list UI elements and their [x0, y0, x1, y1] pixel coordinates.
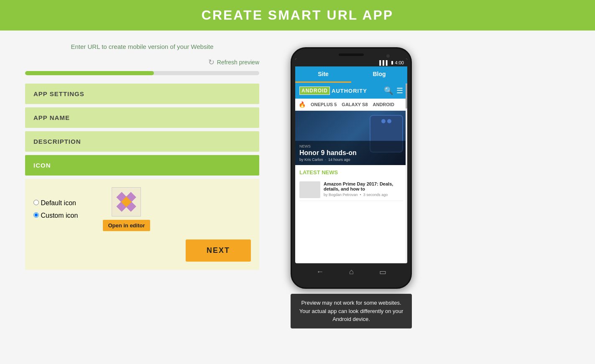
news-thumbnail: [299, 181, 320, 198]
custom-icon-label: Custom icon: [41, 212, 78, 219]
time-display: 4:00: [395, 60, 404, 65]
news-item-1: Amazon Prime Day 2017: Deals, details, a…: [299, 179, 403, 201]
refresh-label: Refresh preview: [217, 59, 259, 66]
phone-website-content: ANDROID AUTHORITY 🔍 ☰ 🔥 ONEPLUS 5 GALAXY…: [295, 83, 407, 262]
next-button[interactable]: NEXT: [186, 239, 251, 262]
open-editor-button[interactable]: Open in editor: [103, 220, 150, 231]
news-author: by Bogdan Petrovan: [324, 193, 358, 197]
website-header: ANDROID AUTHORITY 🔍 ☰: [295, 83, 407, 99]
phone-speaker: [339, 53, 364, 56]
icon-preview: [112, 187, 141, 216]
nav-oneplus: ONEPLUS 5: [311, 102, 337, 107]
news-meta: by Bogdan Petrovan • 3 seconds ago: [324, 193, 403, 197]
latest-news-section: LATEST NEWS Amazon Prime Day 2017: Deals…: [295, 165, 407, 205]
right-panel: ▌▌▌ ▮ 4:00 Site Blog: [276, 43, 426, 328]
news-time: 3 seconds ago: [363, 193, 388, 197]
home-icon[interactable]: ⌂: [349, 267, 354, 277]
subtitle: Enter URL to create mobile version of yo…: [25, 43, 259, 50]
logo-authority: AUTHORITY: [332, 88, 367, 94]
website-nav: 🔥 ONEPLUS 5 GALAXY S8 ANDROID: [295, 99, 407, 111]
phone-top-bar: [295, 53, 407, 56]
icon-diamond-svg: [114, 189, 139, 214]
custom-icon-option[interactable]: Custom icon: [33, 212, 78, 219]
left-panel: Enter URL to create mobile version of yo…: [25, 43, 259, 328]
hero-author: by Kris Carlon: [299, 158, 323, 162]
default-icon-radio[interactable]: [33, 200, 39, 205]
phone-screen: ▌▌▌ ▮ 4:00 Site Blog: [295, 59, 407, 263]
default-icon-label: Default icon: [41, 199, 76, 206]
page-title: CREATE SMART URL APP: [0, 8, 595, 23]
battery-icon: ▮: [391, 60, 393, 65]
hero-title: Honor 9 hands-on: [299, 149, 403, 157]
next-button-container: NEXT: [33, 239, 251, 262]
website-logo: ANDROID AUTHORITY: [299, 87, 367, 95]
icon-preview-container: Open in editor: [103, 187, 150, 231]
progress-bar-fill: [25, 71, 154, 75]
camera-dot-1: [381, 119, 386, 123]
signal-icon: ▌▌▌: [379, 60, 389, 65]
latest-news-title: LATEST NEWS: [299, 169, 403, 176]
section-app-name[interactable]: APP NAME: [25, 107, 259, 128]
hero-category: NEWS: [299, 144, 403, 148]
news-text: Amazon Prime Day 2017: Deals, details, a…: [324, 181, 403, 198]
section-description[interactable]: DESCRIPTION: [25, 131, 259, 152]
hero-text-overlay: NEWS Honor 9 hands-on by Kris Carlon · 1…: [295, 141, 407, 165]
default-icon-option[interactable]: Default icon: [33, 199, 78, 207]
scrollbar-thumb: [406, 84, 407, 109]
icon-section-body: Default icon Custom icon: [25, 179, 259, 270]
preview-disclaimer: Preview may not work for some websites. …: [291, 294, 412, 328]
logo-android: ANDROID: [299, 87, 330, 95]
tab-blog[interactable]: Blog: [351, 66, 407, 83]
nav-galaxy: GALAXY S8: [342, 102, 368, 107]
section-icon-header: ICON: [25, 155, 259, 176]
fire-icon: 🔥: [299, 101, 306, 108]
icon-row: Default icon Custom icon: [33, 187, 251, 231]
progress-bar: [25, 71, 259, 75]
main-content: Enter URL to create mobile version of yo…: [0, 31, 595, 341]
phone-bottom-bar: ← ⌂ ▭: [295, 263, 407, 281]
search-icon[interactable]: 🔍: [384, 86, 393, 95]
menu-icon[interactable]: ☰: [396, 86, 403, 95]
website-header-icons: 🔍 ☰: [384, 86, 403, 95]
hero-meta: by Kris Carlon · 14 hours ago: [299, 158, 403, 162]
camera-dot-2: [387, 119, 391, 123]
hero-time: 14 hours ago: [328, 158, 350, 162]
custom-icon-radio[interactable]: [33, 212, 39, 218]
page-header: CREATE SMART URL APP: [0, 0, 595, 31]
phone-mockup: ▌▌▌ ▮ 4:00 Site Blog: [291, 47, 412, 289]
refresh-preview-button[interactable]: ↻ Refresh preview: [25, 58, 259, 67]
phone-scrollbar: [406, 84, 407, 263]
icon-radio-group: Default icon Custom icon: [33, 199, 78, 219]
nav-android: ANDROID: [373, 102, 394, 107]
back-icon[interactable]: ←: [316, 267, 324, 277]
refresh-icon: ↻: [208, 58, 215, 67]
hero-camera-dots: [370, 116, 402, 123]
tab-site[interactable]: Site: [295, 66, 351, 83]
recents-icon[interactable]: ▭: [379, 267, 386, 277]
phone-camera: [386, 54, 390, 58]
phone-status-bar: ▌▌▌ ▮ 4:00: [295, 59, 407, 66]
website-hero: NEWS Honor 9 hands-on by Kris Carlon · 1…: [295, 111, 407, 165]
phone-browser-tabs: Site Blog: [295, 66, 407, 83]
news-title: Amazon Prime Day 2017: Deals, details, a…: [324, 181, 403, 191]
section-app-settings[interactable]: APP SETTINGS: [25, 84, 259, 104]
